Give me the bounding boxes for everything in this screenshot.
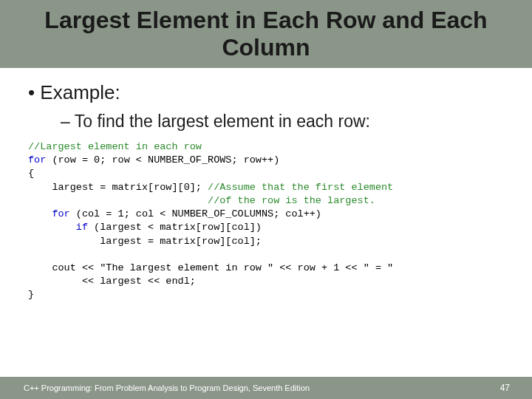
code-text: (col = 1; col < NUMBER_OF_COLUMNS; col++… [70,208,321,219]
code-text: (row = 0; row < NUMBER_OF_ROWS; row++) [46,154,279,166]
code-keyword-for: for [28,208,70,219]
code-comment: //Largest element in each row [28,141,202,152]
code-text: } [28,289,34,300]
page-number: 47 [494,381,516,395]
code-text: (largest < matrix[row][col]) [88,222,262,233]
code-comment: //of the row is the largest. [28,195,375,206]
slide-title: Largest Element in Each Row and Each Col… [0,7,532,61]
code-text: largest = matrix[row][0]; [28,182,208,193]
code-text: cout << "The largest element in row " <<… [28,262,393,273]
code-text: { [28,168,34,179]
code-text: largest = matrix[row][col]; [28,236,262,247]
code-text: << largest << endl; [28,276,196,287]
content-area: Example: To find the largest element in … [0,68,532,302]
code-keyword-if: if [28,222,88,233]
footer-bar: C++ Programming: From Problem Analysis t… [0,377,532,399]
bullet-sub: To find the largest element in each row: [61,112,511,132]
bullet-example: Example: [28,81,511,104]
code-block: //Largest element in each row for (row =… [21,140,511,302]
footer-text: C++ Programming: From Problem Analysis t… [24,383,310,392]
code-keyword-for: for [28,154,46,166]
code-comment: //Assume that the first element [208,182,393,193]
title-bar: Largest Element in Each Row and Each Col… [0,0,532,68]
